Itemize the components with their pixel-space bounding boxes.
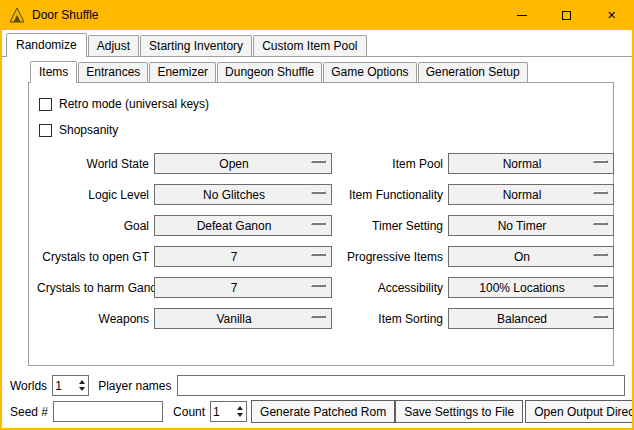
timer-setting-label: Timer Setting (337, 219, 443, 233)
window-content: Randomize Adjust Starting Inventory Cust… (2, 30, 632, 428)
item-functionality-label: Item Functionality (337, 188, 443, 202)
world-state-label: World State (37, 157, 149, 171)
generate-patched-rom-button[interactable]: Generate Patched Rom (251, 400, 395, 423)
worlds-spinner (52, 375, 89, 396)
spinner-down-icon[interactable] (237, 413, 243, 417)
tab-generation-setup[interactable]: Generation Setup (418, 62, 528, 82)
accessibility-dropdown[interactable]: 100% Locations (448, 277, 614, 298)
dropdown-indicator-icon (311, 222, 326, 225)
player-names-input[interactable] (177, 375, 626, 396)
item-sorting-dropdown[interactable]: Balanced (448, 308, 614, 329)
close-icon: ✕ (607, 10, 616, 21)
main-tab-bar: Randomize Adjust Starting Inventory Cust… (2, 30, 632, 57)
tab-game-options[interactable]: Game Options (323, 62, 416, 82)
checkbox-label: Retro mode (universal keys) (59, 97, 209, 111)
window-title: Door Shuffle (32, 8, 99, 22)
crystals-ganon-dropdown[interactable]: 7 (154, 277, 332, 298)
app-icon triforce-icon[interactable] (9, 7, 25, 23)
items-panel: Retro mode (universal keys) Shopsanity W… (28, 82, 614, 366)
options-grid: World State Open Item Pool Normal Logic … (37, 153, 607, 329)
bottom-controls: Worlds Player names Seed # Count (2, 374, 632, 428)
shopsanity-checkbox[interactable]: Shopsanity (37, 117, 607, 143)
tab-enemizer[interactable]: Enemizer (149, 62, 216, 82)
checkbox-icon (39, 98, 52, 111)
randomize-tab-bar: Items Entrances Enemizer Dungeon Shuffle… (28, 61, 614, 82)
checkbox-label: Shopsanity (59, 123, 118, 137)
tab-custom-item-pool[interactable]: Custom Item Pool (253, 35, 366, 56)
spinner-up-icon[interactable] (79, 380, 85, 384)
open-output-directory-button[interactable]: Open Output Directory (525, 400, 632, 423)
crystals-gt-dropdown[interactable]: 7 (154, 246, 332, 267)
seed-label: Seed # (10, 405, 48, 419)
logic-level-dropdown[interactable]: No Glitches (154, 184, 332, 205)
tab-entrances[interactable]: Entrances (78, 62, 148, 82)
spinner-arrows (233, 402, 246, 421)
save-settings-button[interactable]: Save Settings to File (395, 400, 523, 423)
dropdown-indicator-icon (593, 315, 608, 318)
crystals-gt-label: Crystals to open GT (37, 250, 149, 264)
titlebar: Door Shuffle ✕ (0, 0, 634, 30)
world-state-dropdown[interactable]: Open (154, 153, 332, 174)
dropdown-indicator-icon (311, 191, 326, 194)
tab-items[interactable]: Items (30, 61, 77, 83)
spinner-up-icon[interactable] (237, 406, 243, 410)
retro-mode-checkbox[interactable]: Retro mode (universal keys) (37, 91, 607, 117)
tab-randomize[interactable]: Randomize (6, 33, 87, 57)
progressive-items-label: Progressive Items (337, 250, 443, 264)
crystals-ganon-label: Crystals to harm Ganon (37, 281, 149, 295)
item-pool-dropdown[interactable]: Normal (448, 153, 614, 174)
weapons-dropdown[interactable]: Vanilla (154, 308, 332, 329)
dropdown-indicator-icon (311, 253, 326, 256)
tab-adjust[interactable]: Adjust (88, 35, 139, 56)
progressive-items-dropdown[interactable]: On (448, 246, 614, 267)
spinner-arrows (75, 376, 88, 395)
worlds-input[interactable] (53, 376, 75, 395)
app-window: Door Shuffle ✕ Randomize Adjust Starting… (0, 0, 634, 430)
item-pool-label: Item Pool (337, 157, 443, 171)
randomize-notebook: Items Entrances Enemizer Dungeon Shuffle… (28, 61, 614, 366)
seed-input[interactable] (53, 401, 163, 422)
tab-dungeon-shuffle[interactable]: Dungeon Shuffle (217, 62, 322, 82)
dropdown-indicator-icon (593, 191, 608, 194)
dropdown-indicator-icon (593, 160, 608, 163)
checkbox-icon (39, 124, 52, 137)
dropdown-indicator-icon (311, 315, 326, 318)
spinner-down-icon[interactable] (79, 387, 85, 391)
goal-label: Goal (37, 219, 149, 233)
dropdown-indicator-icon (593, 222, 608, 225)
weapons-label: Weapons (37, 312, 149, 326)
dropdown-indicator-icon (311, 284, 326, 287)
dropdown-indicator-icon (593, 253, 608, 256)
timer-setting-dropdown[interactable]: No Timer (448, 215, 614, 236)
count-label: Count (173, 405, 205, 419)
goal-dropdown[interactable]: Defeat Ganon (154, 215, 332, 236)
worlds-label: Worlds (10, 379, 47, 393)
dropdown-indicator-icon (593, 284, 608, 287)
item-sorting-label: Item Sorting (337, 312, 443, 326)
minimize-icon (517, 15, 527, 16)
close-button[interactable]: ✕ (589, 0, 634, 30)
tab-starting-inventory[interactable]: Starting Inventory (140, 35, 252, 56)
worlds-row: Worlds Player names (10, 374, 625, 397)
item-functionality-dropdown[interactable]: Normal (448, 184, 614, 205)
player-names-label: Player names (98, 379, 171, 393)
caption-buttons: ✕ (499, 0, 634, 30)
maximize-icon (562, 11, 571, 20)
count-spinner (210, 401, 247, 422)
seed-row: Seed # Count Generate Patched Rom Save S… (10, 400, 625, 423)
maximize-button[interactable] (544, 0, 589, 30)
accessibility-label: Accessibility (337, 281, 443, 295)
logic-level-label: Logic Level (37, 188, 149, 202)
minimize-button[interactable] (499, 0, 544, 30)
dropdown-indicator-icon (311, 160, 326, 163)
count-input[interactable] (211, 402, 233, 421)
